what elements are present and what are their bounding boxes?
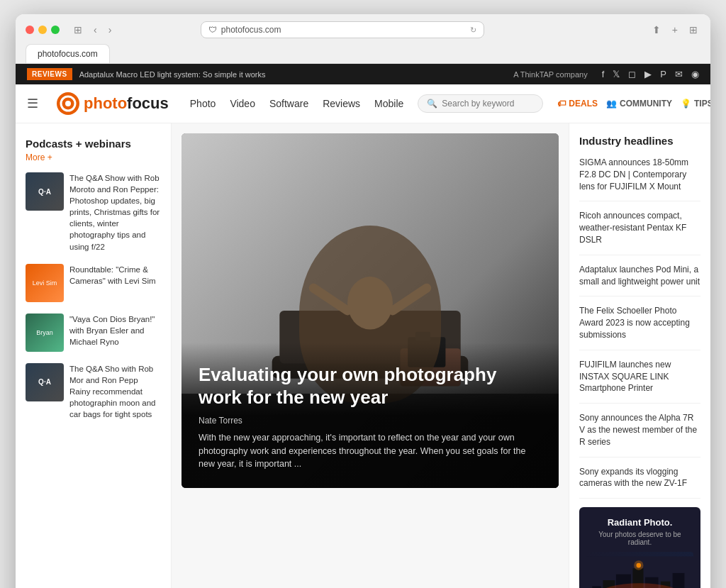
pinterest-icon[interactable]: P: [660, 69, 666, 79]
podcast-item[interactable]: Q·A The Q&A Show with Rob Moroto and Ron…: [26, 172, 161, 253]
email-icon[interactable]: ✉: [675, 69, 683, 79]
browser-controls: ⊞ ‹ ›: [71, 23, 114, 37]
podcast-title-1: The Q&A Show with Rob Moroto and Ron Pep…: [69, 172, 161, 253]
traffic-light-red[interactable]: [26, 26, 34, 34]
hero-author: Nate Torres: [199, 416, 542, 426]
active-tab[interactable]: photofocus.com: [26, 44, 110, 63]
nav-video[interactable]: Video: [230, 98, 255, 109]
logo-text: photofocus: [84, 94, 169, 113]
community-label: COMMUNITY: [620, 99, 672, 109]
industry-headlines-title: Industry headlines: [579, 135, 700, 147]
reviews-badge[interactable]: REVIEWS: [27, 68, 72, 80]
nav-software[interactable]: Software: [269, 98, 308, 109]
search-icon: 🔍: [427, 99, 437, 109]
youtube-icon[interactable]: ▶: [644, 69, 652, 79]
back-button[interactable]: ‹: [91, 23, 100, 37]
nav-photo[interactable]: Photo: [190, 98, 216, 109]
rss-icon[interactable]: ◉: [691, 69, 699, 79]
refresh-icon[interactable]: ↻: [470, 26, 476, 35]
advertisement-box[interactable]: Radiant Photo. Your photos deserve to be…: [579, 507, 700, 588]
tips-icon: 💡: [681, 99, 691, 109]
right-sidebar: Industry headlines SIGMA announces 18-50…: [569, 123, 710, 588]
nav-mobile[interactable]: Mobile: [374, 98, 403, 109]
svg-line-8: [393, 288, 427, 311]
podcast-item[interactable]: Levi Sim Roundtable: "Crime & Cameras" w…: [26, 264, 161, 302]
search-input[interactable]: [442, 99, 534, 109]
hero-title: Evaluating your own photography work for…: [199, 364, 542, 408]
top-bar-left: REVIEWS Adaptalux Macro LED light system…: [27, 68, 266, 80]
podcast-title-4: The Q&A Sho with Rob Mor and Ron Pepp Ra…: [69, 363, 161, 420]
url-text: photofocus.com: [221, 25, 281, 35]
ad-skyline-svg: [586, 552, 693, 588]
grid-button[interactable]: ⊞: [686, 23, 700, 37]
community-icon: 👥: [606, 99, 617, 109]
facebook-icon[interactable]: f: [602, 69, 605, 79]
browser-titlebar: ⊞ ‹ › 🛡 photofocus.com ↻ ⬆ + ⊞: [26, 21, 700, 38]
headline-6[interactable]: Sony announces the Alpha 7R V as the new…: [579, 412, 700, 457]
sidebar-more-link[interactable]: More +: [26, 152, 161, 162]
hamburger-menu[interactable]: ☰: [27, 96, 38, 111]
instagram-icon[interactable]: ◻: [628, 69, 636, 79]
podcast-thumb-bryan: Bryan: [26, 314, 64, 352]
qa-label: Q·A: [38, 188, 51, 196]
main-nav: ☰ photofocus Photo Video Software Review…: [16, 84, 710, 123]
tips-label: TIPS: [694, 99, 710, 109]
podcast-thumb-qa2: Q·A: [26, 363, 64, 401]
search-bar[interactable]: 🔍: [418, 94, 543, 113]
traffic-light-green[interactable]: [51, 26, 60, 34]
podcast-item[interactable]: Bryan "Vaya Con Dios Bryan!" with Bryan …: [26, 314, 161, 352]
address-bar[interactable]: 🛡 photofocus.com ↻: [201, 21, 484, 38]
qa-label2: Q·A: [38, 378, 51, 386]
podcast-title-3: "Vaya Con Dios Bryan!" with Bryan Esler …: [69, 314, 161, 348]
headline-1[interactable]: SIGMA announces 18-50mm F2.8 DC DN | Con…: [579, 157, 700, 201]
website-content: REVIEWS Adaptalux Macro LED light system…: [16, 64, 710, 588]
tips-button[interactable]: 💡 TIPS: [681, 99, 710, 109]
deals-button[interactable]: 🏷 DEALS: [557, 99, 598, 109]
left-sidebar: Podcasts + webinars More + Q·A The Q&A S…: [16, 123, 172, 588]
nav-actions: 🏷 DEALS 👥 COMMUNITY 💡 TIPS ✉ GET NEWS: [557, 99, 710, 109]
announcement-text: Adaptalux Macro LED light system: So sim…: [79, 70, 266, 79]
svg-rect-11: [415, 332, 430, 341]
traffic-light-yellow[interactable]: [38, 26, 47, 34]
podcast-item[interactable]: Q·A The Q&A Sho with Rob Mor and Ron Pep…: [26, 363, 161, 420]
ad-subtitle: Your photos deserve to be radiant.: [586, 531, 693, 546]
browser-toolbar-right: ⬆ + ⊞: [649, 23, 700, 37]
community-button[interactable]: 👥 COMMUNITY: [606, 99, 672, 109]
nav-links: Photo Video Software Reviews Mobile: [190, 97, 404, 110]
bryan-label: Bryan: [36, 329, 53, 336]
sidebar-toggle-button[interactable]: ⊞: [71, 23, 85, 37]
svg-rect-20: [673, 573, 685, 588]
company-label: A ThinkTAP company: [513, 70, 588, 79]
headline-3[interactable]: Adaptalux launches Pod Mini, a small and…: [579, 264, 700, 297]
headline-5[interactable]: FUJIFILM launches new INSTAX SQUARE LINK…: [579, 359, 700, 404]
deals-label: DEALS: [569, 99, 598, 109]
deals-icon: 🏷: [557, 99, 566, 109]
nav-reviews[interactable]: Reviews: [323, 98, 360, 109]
twitter-icon[interactable]: 𝕏: [613, 69, 620, 79]
share-button[interactable]: ⬆: [649, 23, 664, 37]
hero-excerpt: With the new year approaching, it's impo…: [199, 431, 542, 471]
forward-button[interactable]: ›: [106, 23, 115, 37]
traffic-lights: [26, 26, 60, 34]
hero-article[interactable]: Evaluating your own photography work for…: [182, 133, 559, 488]
security-icon: 🛡: [208, 25, 217, 35]
browser-tab-bar: photofocus.com: [26, 44, 700, 63]
svg-point-2: [65, 101, 71, 106]
browser-chrome: ⊞ ‹ › 🛡 photofocus.com ↻ ⬆ + ⊞ photofocu…: [16, 14, 710, 64]
svg-point-22: [634, 560, 643, 570]
headline-4[interactable]: The Felix Schoeller Photo Award 2023 is …: [579, 305, 700, 350]
new-tab-button[interactable]: +: [669, 23, 681, 37]
center-main: Evaluating your own photography work for…: [172, 123, 569, 588]
ad-title: Radiant Photo.: [586, 517, 693, 528]
page-content: Podcasts + webinars More + Q·A The Q&A S…: [16, 123, 710, 588]
logo[interactable]: photofocus: [55, 91, 169, 116]
podcast-thumb-levi: Levi Sim: [26, 264, 64, 302]
logo-icon: [55, 91, 81, 116]
headline-2[interactable]: Ricoh announces compact, weather-resista…: [579, 210, 700, 255]
ad-visual: [586, 552, 693, 588]
hero-overlay: Evaluating your own photography work for…: [182, 343, 559, 488]
headline-7[interactable]: Sony expands its vlogging cameras with t…: [579, 466, 700, 499]
sidebar-podcasts-title: Podcasts + webinars: [26, 138, 161, 150]
podcast-title-2: Roundtable: "Crime & Cameras" with Levi …: [69, 264, 161, 287]
browser-window: ⊞ ‹ › 🛡 photofocus.com ↻ ⬆ + ⊞ photofocu…: [16, 14, 710, 588]
